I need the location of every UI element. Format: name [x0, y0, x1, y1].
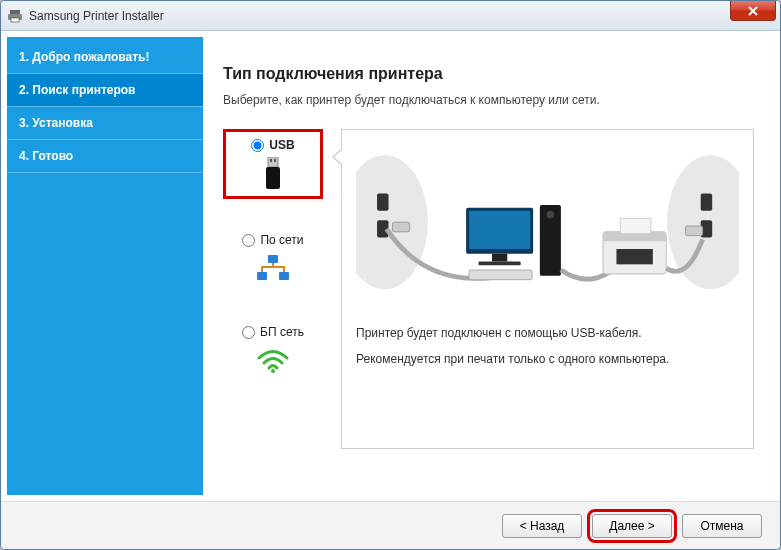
main-panel: Тип подключения принтера Выберите, как п… — [203, 37, 774, 495]
svg-rect-30 — [685, 226, 702, 236]
svg-rect-18 — [492, 254, 507, 262]
svg-rect-26 — [620, 218, 651, 233]
detail-panel: Принтер будет подключен с помощью USB-ка… — [341, 129, 754, 449]
description: Принтер будет подключен с помощью USB-ка… — [356, 326, 739, 366]
label-usb: USB — [269, 138, 294, 152]
svg-rect-17 — [469, 211, 530, 249]
svg-rect-5 — [270, 159, 272, 162]
svg-rect-19 — [479, 261, 521, 265]
svg-rect-6 — [274, 159, 276, 162]
svg-rect-13 — [377, 193, 388, 210]
body: 1. Добро пожаловать! 2. Поиск принтеров … — [1, 31, 780, 501]
option-wireless[interactable]: БП сеть — [223, 319, 323, 383]
installer-window: Samsung Printer Installer 1. Добро пожал… — [0, 0, 781, 550]
svg-rect-20 — [469, 270, 532, 280]
next-button[interactable]: Далее > — [592, 514, 672, 538]
page-heading: Тип подключения принтера — [223, 65, 754, 83]
titlebar: Samsung Printer Installer — [1, 1, 780, 31]
cancel-button[interactable]: Отмена — [682, 514, 762, 538]
network-icon — [255, 253, 291, 285]
radio-usb[interactable] — [251, 139, 264, 152]
radio-wireless[interactable] — [242, 326, 255, 339]
svg-rect-9 — [257, 272, 267, 280]
desc-line1: Принтер будет подключен с помощью USB-ка… — [356, 326, 739, 340]
step-install[interactable]: 3. Установка — [7, 107, 203, 140]
desc-line2: Рекомендуется при печати только с одного… — [356, 352, 739, 366]
svg-point-3 — [19, 15, 21, 17]
printer-icon — [7, 8, 23, 24]
footer: < Назад Далее > Отмена — [1, 501, 780, 549]
svg-point-12 — [356, 155, 428, 289]
svg-rect-28 — [701, 193, 712, 210]
label-wireless: БП сеть — [260, 325, 304, 339]
radio-network[interactable] — [242, 234, 255, 247]
sidebar: 1. Добро пожаловать! 2. Поиск принтеров … — [7, 37, 203, 495]
step-welcome[interactable]: 1. Добро пожаловать! — [7, 41, 203, 74]
svg-rect-2 — [11, 18, 19, 22]
window-title: Samsung Printer Installer — [29, 9, 164, 23]
content-row: USB — [223, 129, 754, 449]
connection-options: USB — [223, 129, 323, 449]
svg-rect-7 — [266, 167, 280, 189]
svg-rect-25 — [616, 249, 652, 264]
page-subtitle: Выберите, как принтер будет подключаться… — [223, 93, 754, 107]
svg-rect-10 — [279, 272, 289, 280]
svg-rect-4 — [268, 157, 278, 167]
connection-illustration — [356, 152, 739, 302]
svg-rect-8 — [268, 255, 278, 263]
usb-icon — [262, 158, 284, 190]
svg-rect-0 — [10, 10, 20, 14]
svg-point-11 — [271, 369, 275, 373]
back-button[interactable]: < Назад — [502, 514, 582, 538]
option-network[interactable]: По сети — [223, 227, 323, 291]
option-usb[interactable]: USB — [223, 129, 323, 199]
svg-rect-15 — [392, 222, 409, 232]
svg-point-22 — [547, 211, 555, 219]
wifi-icon — [256, 345, 290, 377]
label-network: По сети — [260, 233, 303, 247]
close-button[interactable] — [730, 1, 776, 21]
step-search[interactable]: 2. Поиск принтеров — [7, 74, 203, 107]
step-done[interactable]: 4. Готово — [7, 140, 203, 173]
